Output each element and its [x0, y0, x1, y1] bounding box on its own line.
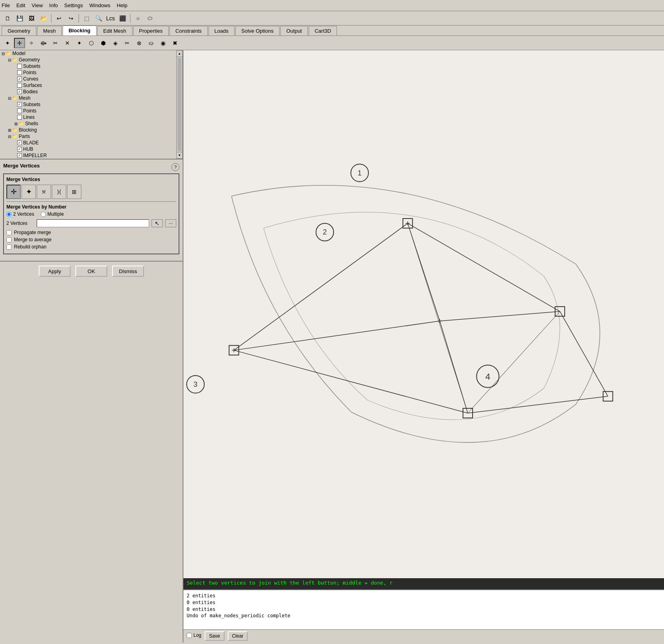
merge-icon-2[interactable]: ✦	[22, 185, 36, 199]
blk-tb4[interactable]: ⟴	[38, 38, 49, 48]
blk-tb13[interactable]: ⛀	[146, 38, 157, 48]
scroll-down[interactable]: ▼	[177, 152, 182, 158]
save-button[interactable]: Save	[205, 631, 225, 641]
tree-item-bodies[interactable]: ▸✓Bodies	[0, 89, 176, 95]
tree-item-parts[interactable]: ⊟📁Parts	[0, 133, 176, 140]
blk-tb8[interactable]: ⬡	[86, 38, 97, 48]
tree-content: ⊟📁Model⊟📁Geometry▸Subsets▸Points▸✓Curves…	[0, 50, 176, 159]
checkbox-average[interactable]: Merge to average	[6, 237, 176, 242]
blk-tb12[interactable]: ⊗	[134, 38, 145, 48]
sep1	[51, 14, 51, 23]
blk-tb1[interactable]: ✦	[2, 38, 13, 48]
menu-view[interactable]: View	[32, 2, 43, 8]
tb-zoom-in[interactable]: 🔍	[93, 13, 104, 24]
tree-item-shells[interactable]: ⊞📁Shells	[0, 120, 176, 127]
tb-new[interactable]: 🗋	[2, 13, 13, 24]
merge-icon-5[interactable]: ⊞	[67, 185, 81, 199]
tab-edit-mesh[interactable]: Edit Mesh	[97, 26, 132, 35]
tab-blocking[interactable]: Blocking	[63, 26, 97, 35]
tb-select[interactable]: ⬛	[117, 13, 128, 24]
tree-item-model[interactable]: ⊟📁Model	[0, 50, 176, 57]
menu-info[interactable]: Info	[49, 2, 58, 8]
merge-panel-title: Merge Vertices	[3, 163, 40, 169]
toolbar-row-1: 🗋 💾 🖼 📂 ↩ ↪ ⬚ 🔍 Lcs ⬛ ○ ⬭	[0, 11, 664, 26]
scroll-up[interactable]: ▲	[177, 51, 182, 57]
tree-item-subsets[interactable]: ▸✓Subsets	[0, 101, 176, 108]
tree-item-surfaces[interactable]: ▸Surfaces	[0, 82, 176, 89]
dots-button[interactable]: ···	[165, 219, 176, 227]
svg-text:1: 1	[358, 169, 362, 177]
blk-tb9[interactable]: ⬢	[98, 38, 109, 48]
menu-help[interactable]: Help	[117, 2, 128, 8]
tab-constraints[interactable]: Constraints	[169, 26, 208, 35]
tree-item-blade[interactable]: ▸✓BLADE	[0, 140, 176, 146]
ok-button[interactable]: OK	[75, 266, 107, 277]
tab-geometry[interactable]: Geometry	[2, 26, 36, 35]
apply-button[interactable]: Apply	[39, 266, 71, 277]
tab-cart3d[interactable]: Cart3D	[309, 26, 337, 35]
tree-item-geometry[interactable]: ⊟📁Geometry	[0, 57, 176, 63]
menu-file[interactable]: File	[2, 2, 10, 8]
blk-tb15[interactable]: ✖	[169, 38, 181, 48]
log-checkbox[interactable]: Log	[187, 632, 201, 638]
tree-wrapper: ⊟📁Model⊟📁Geometry▸Subsets▸Points▸✓Curves…	[0, 50, 183, 159]
tree-item-points[interactable]: ▸Points	[0, 108, 176, 114]
radio-2vertices[interactable]: 2 Vertices	[6, 211, 34, 217]
tree-item-subsets[interactable]: ▸Subsets	[0, 63, 176, 69]
cursor-button[interactable]: ↖	[152, 219, 163, 227]
blk-tb3[interactable]: ✧	[26, 38, 37, 48]
tb-open[interactable]: 📂	[38, 13, 49, 24]
blk-tb2[interactable]: ✛	[14, 38, 25, 48]
menu-edit[interactable]: Edit	[16, 2, 25, 8]
tree-item-mesh[interactable]: ⊟📁Mesh	[0, 95, 176, 101]
tb-sphere[interactable]: ○	[132, 13, 144, 24]
blocking-toolbar: ✦ ✛ ✧ ⟴ ✂ ✕ ✦ ⬡ ⬢ ◈ ✂ ⊗ ⛀ ◉ ✖	[0, 36, 664, 50]
blk-tb5[interactable]: ✂	[50, 38, 61, 48]
merge-panel: Merge Vertices ? Merge Vertices ✛ ✦ ⤲ ⟩⟨…	[0, 159, 183, 261]
blk-tb7[interactable]: ✦	[74, 38, 85, 48]
tb-redo[interactable]: ↪	[65, 13, 77, 24]
scroll-thumb[interactable]	[177, 58, 181, 151]
tree-item-blocking[interactable]: ⊞📁Blocking	[0, 127, 176, 133]
blk-tb14[interactable]: ◉	[158, 38, 169, 48]
tb-cylinder[interactable]: ⬭	[144, 13, 156, 24]
blk-tb6[interactable]: ✕	[62, 38, 73, 48]
tab-bar: Geometry Mesh Blocking Edit Mesh Propert…	[0, 26, 664, 36]
tb-lcs[interactable]: Lcs	[105, 13, 116, 24]
menu-windows[interactable]: Windows	[89, 2, 110, 8]
tab-loads[interactable]: Loads	[209, 26, 234, 35]
canvas-area[interactable]: 1 2 3 4	[183, 50, 664, 578]
merge-icon-1[interactable]: ✛	[6, 185, 21, 199]
clear-button[interactable]: Clear	[228, 631, 248, 641]
merge-icon-3[interactable]: ⤲	[37, 185, 51, 199]
tree-item-points[interactable]: ▸Points	[0, 69, 176, 76]
tb-zoom-box[interactable]: ⬚	[81, 13, 92, 24]
tree-item-impeller[interactable]: ▸✓IMPELLER	[0, 152, 176, 159]
tree-item-lines[interactable]: ▸Lines	[0, 114, 176, 120]
help-icon[interactable]: ?	[171, 163, 179, 171]
tb-save[interactable]: 💾	[14, 13, 25, 24]
svg-text:2: 2	[323, 228, 327, 236]
log-check-input[interactable]	[187, 633, 192, 638]
tree-item-hub[interactable]: ▸✓HUB	[0, 146, 176, 152]
radio-row: 2 Vertices Multiple	[6, 211, 176, 217]
checkbox-orphan[interactable]: Rebuild orphan	[6, 244, 176, 250]
tab-solve-options[interactable]: Solve Options	[235, 26, 280, 35]
tab-properties[interactable]: Properties	[133, 26, 169, 35]
blk-tb10[interactable]: ◈	[110, 38, 121, 48]
tree-item-curves[interactable]: ▸✓Curves	[0, 76, 176, 82]
menu-settings[interactable]: Settings	[64, 2, 83, 8]
checkbox-propagate[interactable]: Propagate merge	[6, 230, 176, 235]
tb-img[interactable]: 🖼	[26, 13, 37, 24]
radio-multiple[interactable]: Multiple	[41, 211, 64, 217]
blk-tb11[interactable]: ✂	[122, 38, 133, 48]
vertices-input[interactable]	[37, 219, 149, 227]
tb-undo[interactable]: ↩	[53, 13, 65, 24]
dismiss-button[interactable]: Dismiss	[112, 266, 144, 277]
merge-icon-4[interactable]: ⟩⟨	[52, 185, 66, 199]
tab-output[interactable]: Output	[280, 26, 308, 35]
tree-scrollbar[interactable]: ▲ ▼	[176, 50, 183, 159]
console-toolbar: Log Save Clear	[183, 629, 664, 642]
tab-mesh[interactable]: Mesh	[37, 26, 62, 35]
bottom-buttons: Apply OK Dismiss	[0, 261, 183, 281]
